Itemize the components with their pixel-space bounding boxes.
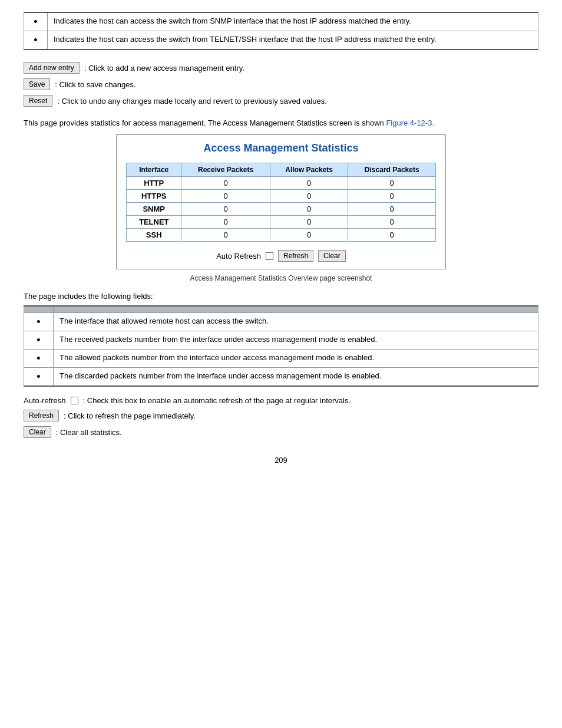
- stats-title: Access Management Statistics: [126, 142, 436, 154]
- stats-interface: HTTP: [127, 177, 181, 190]
- fields-row: • The interface that allowed remote host…: [24, 313, 538, 331]
- reset-button[interactable]: Reset: [24, 95, 52, 107]
- fields-bullet: •: [24, 313, 54, 331]
- fields-bullet: •: [24, 368, 54, 387]
- table-row: • Indicates the host can access the swit…: [24, 12, 538, 31]
- fields-table: • The interface that allowed remote host…: [24, 305, 538, 387]
- stats-header-cell: Allow Packets: [270, 163, 348, 177]
- stats-allow: 0: [270, 177, 348, 190]
- stats-receive: 0: [181, 190, 270, 203]
- fields-description: The received packets number from the int…: [54, 331, 538, 350]
- stats-interface: SNMP: [127, 203, 181, 216]
- stats-receive: 0: [181, 216, 270, 229]
- add-new-entry-button[interactable]: Add new entry: [24, 62, 80, 74]
- fields-row: • The received packets number from the i…: [24, 331, 538, 350]
- refresh-button-bottom[interactable]: Refresh: [24, 410, 59, 421]
- stats-allow: 0: [270, 190, 348, 203]
- save-button[interactable]: Save: [24, 78, 50, 90]
- stats-receive: 0: [181, 229, 270, 242]
- stats-allow: 0: [270, 216, 348, 229]
- buttons-section: Add new entry : Click to add a new acces…: [24, 62, 538, 107]
- stats-header-cell: Interface: [127, 163, 181, 177]
- stats-table: InterfaceReceive PacketsAllow PacketsDis…: [126, 163, 436, 242]
- description-cell: Indicates the host can access the switch…: [48, 12, 538, 31]
- fields-description: The interface that allowed remote host c…: [54, 313, 538, 331]
- stats-interface: HTTPS: [127, 190, 181, 203]
- add-new-entry-desc: : Click to add a new access management e…: [84, 64, 244, 73]
- stats-discard: 0: [348, 203, 436, 216]
- auto-refresh-bottom-checkbox[interactable]: [71, 397, 78, 404]
- stats-controls: Auto Refresh Refresh Clear: [126, 250, 436, 262]
- bullet-cell: •: [24, 31, 48, 50]
- stats-receive: 0: [181, 203, 270, 216]
- clear-button-bottom[interactable]: Clear: [24, 426, 51, 438]
- page-number: 209: [24, 456, 538, 465]
- stats-row: SNMP 0 0 0: [127, 203, 436, 216]
- stats-header-cell: Discard Packets: [348, 163, 436, 177]
- intro-text-before: This page provides statistics for access…: [24, 118, 386, 127]
- fields-description: The discarded packets number from the in…: [54, 368, 538, 387]
- fields-header-row: [24, 306, 538, 313]
- stats-row: SSH 0 0 0: [127, 229, 436, 242]
- stats-header-cell: Receive Packets: [181, 163, 270, 177]
- fields-bullet: •: [24, 331, 54, 350]
- stats-interface: SSH: [127, 229, 181, 242]
- fields-description: The allowed packets number from the inte…: [54, 350, 538, 368]
- stats-row: TELNET 0 0 0: [127, 216, 436, 229]
- refresh-button-inner[interactable]: Refresh: [278, 250, 313, 262]
- auto-refresh-label: Auto Refresh: [216, 252, 261, 261]
- stats-discard: 0: [348, 177, 436, 190]
- fields-header-col2: [54, 306, 538, 313]
- stats-receive: 0: [181, 177, 270, 190]
- stats-caption: Access Management Statistics Overview pa…: [24, 274, 538, 282]
- figure-link[interactable]: Figure 4-12-3.: [386, 118, 434, 127]
- save-desc: : Click to save changes.: [55, 80, 135, 89]
- fields-row: • The allowed packets number from the in…: [24, 350, 538, 368]
- bullet-cell: •: [24, 12, 48, 31]
- description-cell: Indicates the host can access the switch…: [48, 31, 538, 50]
- auto-refresh-checkbox[interactable]: [266, 252, 273, 260]
- stats-allow: 0: [270, 203, 348, 216]
- auto-refresh-text: Auto-refresh: [24, 396, 66, 405]
- stats-row: HTTPS 0 0 0: [127, 190, 436, 203]
- reset-desc: : Click to undo any changes made locally…: [57, 97, 326, 106]
- clear-button-inner[interactable]: Clear: [318, 250, 346, 262]
- stats-row: HTTP 0 0 0: [127, 177, 436, 190]
- stats-discard: 0: [348, 216, 436, 229]
- stats-discard: 0: [348, 229, 436, 242]
- stats-box: Access Management Statistics InterfaceRe…: [116, 134, 446, 269]
- fields-header-col1: [24, 306, 54, 313]
- fields-intro: The page includes the following fields:: [24, 292, 538, 301]
- fields-bullet: •: [24, 350, 54, 368]
- stats-allow: 0: [270, 229, 348, 242]
- table-row: • Indicates the host can access the swit…: [24, 31, 538, 50]
- top-info-table: • Indicates the host can access the swit…: [24, 12, 538, 50]
- auto-refresh-bottom-desc: : Check this box to enable an automatic …: [83, 396, 351, 405]
- intro-paragraph: This page provides statistics for access…: [24, 118, 538, 127]
- stats-discard: 0: [348, 190, 436, 203]
- bottom-controls: Auto-refresh : Check this box to enable …: [24, 396, 538, 438]
- stats-interface: TELNET: [127, 216, 181, 229]
- refresh-bottom-desc: : Click to refresh the page immediately.: [64, 411, 196, 420]
- fields-row: • The discarded packets number from the …: [24, 368, 538, 387]
- clear-bottom-desc: : Clear all statistics.: [56, 428, 122, 437]
